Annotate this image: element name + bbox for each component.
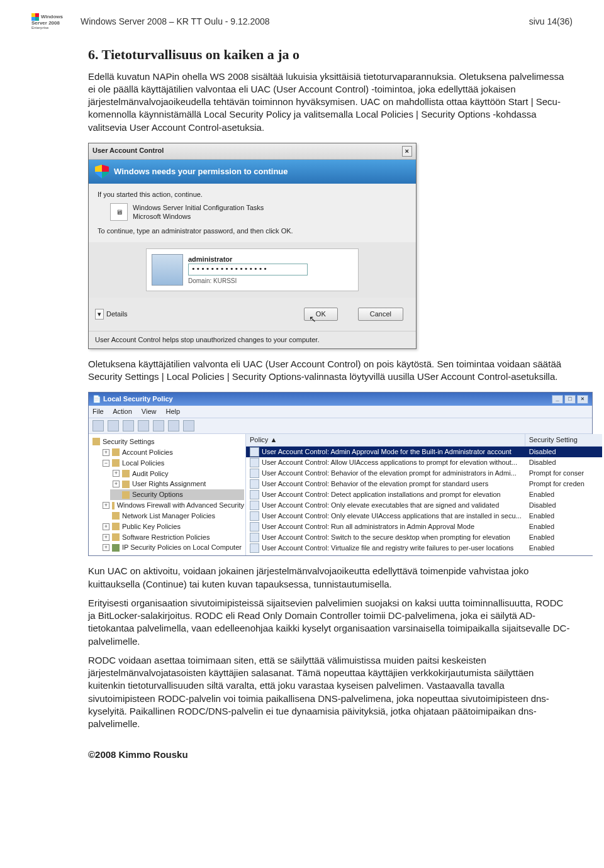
tree-item[interactable]: +Account Policies (100, 447, 244, 458)
menu-view[interactable]: View (142, 408, 157, 415)
policy-setting: Disabled (525, 458, 602, 467)
policy-setting: Enabled (525, 511, 602, 521)
tree-item-selected[interactable]: Security Options (110, 489, 244, 500)
para-3: Kun UAC on aktivoitu, voidaan jokainen j… (88, 565, 573, 591)
tree-item[interactable]: +Software Restriction Policies (100, 532, 244, 543)
forward-icon[interactable] (108, 420, 119, 431)
policy-row[interactable]: User Account Control: Allow UIAccess app… (246, 457, 602, 468)
page-header: Windows Server 2008 Enterprise Windows S… (31, 13, 573, 34)
uac-program-name: Windows Server Initial Configuration Tas… (133, 203, 264, 213)
uac-title-bar: User Account Control × (89, 143, 416, 160)
tree-item[interactable]: +IP Security Policies on Local Computer (100, 542, 244, 553)
para-2: Oletuksena käyttäjätilien valvonta eli U… (88, 358, 573, 384)
policy-setting: Prompt for conser (525, 469, 602, 478)
username-label: administrator (188, 255, 308, 264)
lsp-list-header[interactable]: Policy ▲ Security Setting (246, 434, 602, 447)
cursor-icon: ↖ (309, 313, 316, 325)
windows-server-logo: Windows Server 2008 Enterprise (31, 13, 76, 30)
expand-icon[interactable]: + (103, 534, 109, 541)
folder-icon (92, 438, 100, 445)
col-policy[interactable]: Policy ▲ (246, 434, 525, 446)
uac-footer-text: User Account Control helps stop unauthor… (89, 331, 416, 348)
policy-row[interactable]: User Account Control: Detect application… (246, 489, 602, 500)
collapse-icon[interactable]: − (103, 460, 109, 467)
up-icon[interactable] (123, 420, 134, 431)
user-avatar-icon (152, 254, 183, 286)
expand-icon[interactable]: + (113, 470, 120, 477)
para-1: Edellä kuvatun NAPin ohella WS 2008 sisä… (88, 70, 573, 134)
expand-icon[interactable]: + (103, 502, 109, 509)
cancel-button[interactable]: Cancel (358, 308, 403, 321)
section-title: 6. Tietoturvallisuus on kaiken a ja o (88, 45, 573, 64)
policy-name: User Account Control: Switch to the secu… (262, 533, 510, 542)
policy-item-icon (250, 447, 259, 457)
policy-name: User Account Control: Detect application… (262, 490, 501, 499)
uac-start-text: If you started this action, continue. (98, 190, 407, 199)
lsp-list[interactable]: Policy ▲ Security Setting User Account C… (246, 434, 602, 555)
minimize-icon[interactable]: _ (552, 395, 563, 404)
lsp-toolbar (89, 418, 592, 434)
tree-item[interactable]: −Local Policies (100, 458, 244, 469)
policy-name: User Account Control: Allow UIAccess app… (262, 458, 517, 467)
folder-icon (122, 481, 130, 488)
policy-item-icon (250, 533, 259, 542)
folder-icon (112, 523, 120, 530)
policy-row[interactable]: User Account Control: Only elevate UIAcc… (246, 511, 602, 521)
close-icon[interactable]: × (402, 146, 412, 157)
col-setting[interactable]: Security Setting (525, 434, 602, 446)
page-number: sivu 14(36) (529, 16, 573, 26)
tree-item[interactable]: +Windows Firewall with Advanced Security (100, 500, 244, 511)
folder-icon (112, 448, 120, 456)
policy-row[interactable]: User Account Control: Switch to the secu… (246, 532, 602, 543)
lsp-tree[interactable]: Security Settings +Account Policies −Loc… (89, 434, 246, 555)
local-security-policy-window: 📄 Local Security Policy _ □ × File Actio… (88, 392, 593, 556)
program-icon: 🖥 (110, 203, 128, 221)
close-icon[interactable]: × (577, 395, 588, 404)
tree-item[interactable]: +Public Key Policies (100, 521, 244, 532)
tree-root[interactable]: Security Settings (90, 437, 244, 447)
policy-row[interactable]: User Account Control: Admin Approval Mod… (246, 447, 602, 457)
policy-name: User Account Control: Virtualize file an… (262, 543, 513, 553)
back-icon[interactable] (92, 420, 104, 431)
details-button[interactable]: Details (106, 309, 128, 319)
para-4: Erityisesti organisaation sivutoimipiste… (88, 597, 573, 648)
refresh-icon[interactable] (168, 420, 179, 431)
copyright-footer: ©2008 Kimmo Rousku (88, 749, 573, 760)
delete-icon[interactable] (138, 420, 149, 431)
menu-action[interactable]: Action (113, 408, 132, 415)
folder-icon (112, 533, 120, 541)
lsp-menubar[interactable]: File Action View Help (89, 406, 592, 418)
policy-setting: Enabled (525, 522, 602, 531)
tree-item[interactable]: +User Rights Assignment (110, 479, 244, 489)
policy-name: User Account Control: Behavior of the el… (262, 479, 488, 489)
uac-program-vendor: Microsoft Windows (133, 212, 264, 221)
menu-help[interactable]: Help (166, 408, 181, 415)
policy-row[interactable]: User Account Control: Behavior of the el… (246, 468, 602, 479)
expand-icon[interactable]: + (103, 449, 109, 456)
policy-item-icon (250, 511, 259, 521)
policy-item-icon (250, 522, 259, 531)
policy-row[interactable]: User Account Control: Run all administra… (246, 521, 602, 532)
policy-row[interactable]: User Account Control: Behavior of the el… (246, 479, 602, 489)
password-input[interactable]: •••••••••••••••• (188, 264, 308, 275)
policy-item-icon (250, 479, 259, 489)
menu-file[interactable]: File (92, 408, 104, 415)
uac-header-band: Windows needs your permission to continu… (89, 160, 416, 184)
policy-name: User Account Control: Only elevate execu… (262, 501, 499, 510)
expand-icon[interactable]: + (103, 523, 109, 530)
policy-row[interactable]: User Account Control: Only elevate execu… (246, 500, 602, 511)
policy-item-icon (250, 501, 259, 510)
properties-icon[interactable] (153, 420, 164, 431)
tree-item[interactable]: +Audit Policy (110, 469, 244, 479)
maximize-icon[interactable]: □ (564, 395, 576, 404)
expand-icon[interactable]: + (113, 481, 120, 487)
expand-icon[interactable]: + (103, 544, 109, 551)
policy-setting: Disabled (525, 501, 602, 510)
policy-row[interactable]: User Account Control: Virtualize file an… (246, 543, 602, 554)
tree-item[interactable]: Network List Manager Policies (100, 511, 244, 521)
domain-label: Domain: KURSSI (188, 277, 308, 286)
uac-program-row: 🖥 Windows Server Initial Configuration T… (110, 203, 407, 222)
chevron-down-icon[interactable]: ▾ (95, 309, 104, 320)
uac-title-text: User Account Control (92, 146, 164, 157)
help-icon[interactable] (183, 420, 194, 431)
